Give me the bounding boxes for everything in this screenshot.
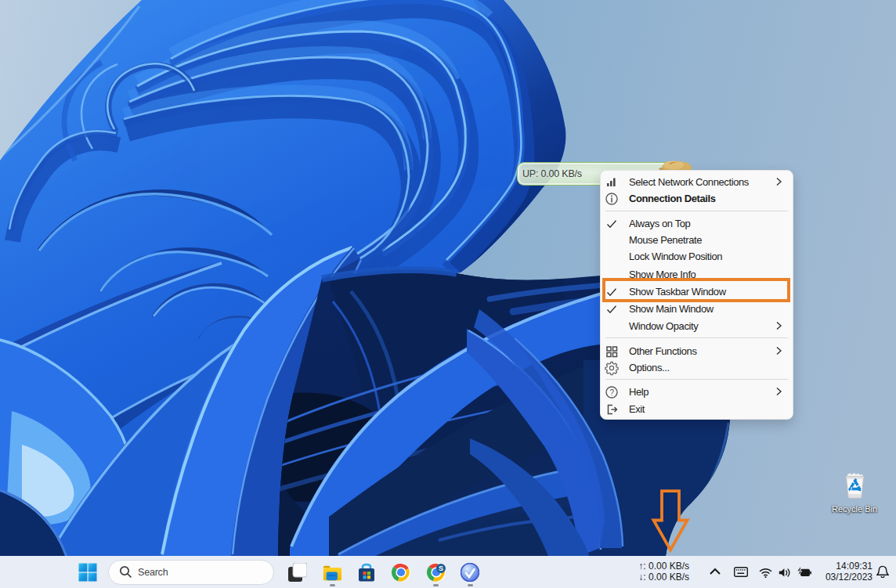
svg-text:?: ? <box>609 388 614 397</box>
svg-text:S: S <box>439 565 443 572</box>
